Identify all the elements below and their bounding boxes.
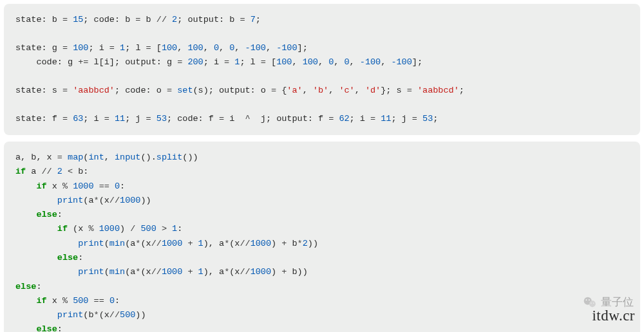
code-line: print(a*(x//1000)) <box>15 194 629 208</box>
code-line <box>15 98 629 112</box>
code-line: print(min(a*(x//1000 + 1), a*(x//1000) +… <box>15 237 629 251</box>
code-line: a, b, x = map(int, input().split()) <box>15 151 629 165</box>
code-line <box>15 27 629 41</box>
code-line: code: g += l[i]; output: g = 200; i = 1;… <box>15 55 629 69</box>
svg-point-4 <box>591 302 591 303</box>
svg-point-2 <box>586 299 587 300</box>
code-line: print(min(a*(x//1000 + 1), a*(x//1000) +… <box>15 265 629 279</box>
code-line: state: g = 100; i = 1; l = [100, 100, 0,… <box>15 41 629 55</box>
code-line <box>15 69 629 84</box>
code-line: if x % 500 == 0: <box>15 294 629 308</box>
code-line: state: b = 15; code: b = b // 2; output:… <box>15 13 629 27</box>
svg-point-3 <box>589 299 590 300</box>
code-line: else: <box>15 208 629 222</box>
code-line: print(b*(x//500)) <box>15 308 629 322</box>
code-block-python: a, b, x = map(int, input().split()) if a… <box>4 142 640 332</box>
code-block-statelines: state: b = 15; code: b = b // 2; output:… <box>4 4 640 135</box>
code-line: state: f = 63; i = 11; j = 53; code: f =… <box>15 112 629 126</box>
code-line: if x % 1000 == 0: <box>15 180 629 194</box>
code-line: state: s = 'aabbcd'; code: o = set(s); o… <box>15 84 629 98</box>
site-link-text: itdw.cr <box>592 304 635 328</box>
code-line: if (x % 1000) / 500 > 1: <box>15 222 629 236</box>
code-line: if a // 2 < b: <box>15 165 629 179</box>
code-line: else: <box>15 280 629 294</box>
code-line: else: <box>15 251 629 265</box>
code-line: else: <box>15 322 629 332</box>
